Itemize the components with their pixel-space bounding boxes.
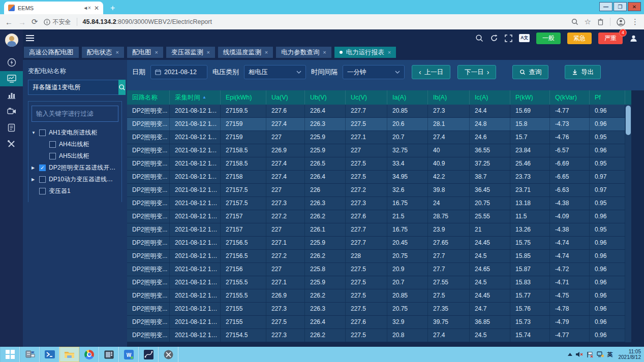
back-icon[interactable]: ← bbox=[5, 18, 13, 26]
new-tab-button[interactable]: + bbox=[110, 2, 115, 14]
date-input[interactable]: 2021-08-12 bbox=[150, 65, 207, 79]
column-header[interactable]: Ic(A) bbox=[470, 90, 510, 105]
tab-close-icon[interactable]: × bbox=[155, 49, 158, 55]
tree-checkbox[interactable] bbox=[39, 176, 46, 183]
table-row[interactable]: DP2照明变...2021-08-12 10:5027155227.3226.3… bbox=[127, 303, 631, 316]
column-header[interactable]: Ub(V) bbox=[305, 90, 346, 105]
wps-icon[interactable]: W bbox=[119, 347, 139, 362]
kebab-menu-icon[interactable]: ⋮ bbox=[631, 17, 639, 26]
column-header[interactable]: 回路名称 bbox=[127, 90, 170, 105]
file-explorer-icon[interactable] bbox=[59, 347, 79, 362]
tools-icon[interactable] bbox=[0, 136, 23, 151]
url-field[interactable]: 45.84.134.2:8090/3000WEBV2/ElectricRepor… bbox=[83, 18, 566, 25]
window-minimize-button[interactable]: — bbox=[599, 2, 612, 11]
column-header[interactable]: P(kW) bbox=[510, 90, 550, 105]
tree-checkbox[interactable] bbox=[39, 188, 46, 194]
column-header[interactable]: Uc(V) bbox=[346, 90, 387, 105]
app-tab[interactable]: 电力参数查询× bbox=[276, 47, 331, 58]
browser-tab[interactable]: EEMS ◄× ✕ bbox=[4, 2, 103, 14]
table-row[interactable]: DP2照明变...2021-08-12 10:5327156227225.822… bbox=[127, 263, 631, 276]
toolbox-icon[interactable] bbox=[159, 347, 178, 362]
interval-select[interactable]: 一分钟 bbox=[343, 65, 405, 79]
camera-icon[interactable] bbox=[0, 104, 23, 119]
taskbar-clock[interactable]: 11:05 2021/8/12 bbox=[617, 349, 641, 360]
app-tab[interactable]: 高速公路配电图 bbox=[24, 47, 79, 58]
trash-icon[interactable] bbox=[597, 18, 604, 25]
station-input[interactable] bbox=[28, 80, 118, 95]
tab-close-icon[interactable]: × bbox=[388, 49, 391, 55]
hamburger-menu-icon[interactable] bbox=[26, 35, 34, 41]
table-row[interactable]: DP2照明变...2021-08-12 11:0027158227.4226.4… bbox=[127, 171, 631, 184]
audio-muted-icon[interactable]: ◄× bbox=[83, 5, 91, 11]
tree-item[interactable]: AH5出线柜 bbox=[32, 150, 118, 162]
scrollbar-thumb[interactable] bbox=[626, 106, 631, 135]
tree-checkbox[interactable] bbox=[49, 153, 56, 159]
profile-icon[interactable] bbox=[617, 18, 625, 26]
export-button[interactable]: 导出 bbox=[565, 65, 601, 79]
station-search-button[interactable] bbox=[118, 80, 126, 95]
tree-item[interactable]: ▶DP10动力变压器进线开关及控制室 bbox=[32, 174, 118, 185]
app-tab[interactable]: 线缆温度监测× bbox=[218, 47, 273, 58]
alarm-badge-normal[interactable]: 一般 bbox=[536, 32, 561, 44]
network-icon[interactable] bbox=[597, 351, 604, 357]
alarm-badge-severe[interactable]: 严重4 bbox=[598, 32, 623, 44]
column-header[interactable]: Epi(kWh) bbox=[221, 90, 266, 105]
tab-close-icon[interactable]: × bbox=[116, 49, 119, 55]
volume-muted-icon[interactable] bbox=[576, 351, 583, 357]
column-header[interactable]: Ia(A) bbox=[387, 90, 428, 105]
window-close-button[interactable]: ✕ bbox=[628, 2, 641, 11]
column-header[interactable]: Pf bbox=[590, 90, 625, 105]
table-row[interactable]: DP2照明变...2021-08-12 10:5627157227226.122… bbox=[127, 223, 631, 237]
app-tab[interactable]: 配电状态× bbox=[82, 47, 124, 58]
server-manager-icon[interactable] bbox=[20, 347, 40, 362]
chevron-right-icon[interactable]: ▶ bbox=[32, 177, 39, 182]
next-day-button[interactable]: 下一日› bbox=[457, 65, 496, 79]
table-row[interactable]: DP2照明变...2021-08-12 11:0127158.5227.4226… bbox=[127, 157, 631, 171]
table-row[interactable]: DP2照明变...2021-08-12 10:4927155227.5226.4… bbox=[127, 316, 631, 329]
chevron-down-icon[interactable]: ▼ bbox=[32, 130, 39, 135]
table-row[interactable]: DP2照明变...2021-08-12 10:5427156.5227.2226… bbox=[127, 250, 631, 263]
ime-language-indicator[interactable]: 英 bbox=[607, 351, 613, 358]
tree-checkbox[interactable] bbox=[39, 129, 46, 136]
table-row[interactable]: DP2照明变...2021-08-12 10:4827154.5227.3226… bbox=[127, 329, 631, 342]
table-row[interactable]: DP2照明变...2021-08-12 11:0327159227225.922… bbox=[127, 131, 631, 144]
tab-close-icon[interactable]: × bbox=[265, 49, 268, 55]
chrome-icon[interactable] bbox=[79, 347, 99, 362]
table-row[interactable]: DP2照明变...2021-08-12 11:0527159.5227.6226… bbox=[127, 105, 631, 118]
table-row[interactable]: DP2照明变...2021-08-12 10:5227155.5227.1225… bbox=[127, 276, 631, 289]
tree-item[interactable]: 变压器1 bbox=[32, 185, 118, 197]
table-row[interactable]: DP2照明变...2021-08-12 11:0427159227.4226.3… bbox=[127, 118, 631, 131]
report-icon[interactable] bbox=[0, 71, 23, 86]
powershell-icon[interactable] bbox=[40, 347, 59, 362]
tab-close-icon[interactable]: × bbox=[323, 49, 326, 55]
remote-app-icon[interactable] bbox=[99, 347, 119, 362]
table-row[interactable]: DP2照明变...2021-08-12 10:5127155.5226.9226… bbox=[127, 289, 631, 303]
app-tab[interactable]: 配电图× bbox=[127, 47, 163, 58]
fullscreen-icon[interactable] bbox=[505, 35, 512, 42]
star-icon[interactable]: ☆ bbox=[585, 17, 591, 26]
tree-checkbox[interactable] bbox=[49, 141, 56, 148]
power-icon[interactable] bbox=[0, 55, 23, 70]
translate-icon[interactable]: A文 bbox=[519, 34, 530, 42]
column-header[interactable]: Ua(V) bbox=[266, 90, 305, 105]
alarm-badge-urgent[interactable]: 紧急 bbox=[567, 32, 592, 44]
column-header[interactable]: Ib(A) bbox=[428, 90, 470, 105]
user-icon[interactable] bbox=[629, 34, 638, 43]
table-row[interactable]: DP2照明变...2021-08-12 10:5527156.5227.1225… bbox=[127, 237, 631, 250]
reload-icon[interactable]: ⟳ bbox=[32, 17, 38, 26]
column-header[interactable]: 采集时间▲ bbox=[170, 90, 221, 105]
tree-item[interactable]: AH4出线柜 bbox=[32, 139, 118, 150]
table-row[interactable]: DP2照明变...2021-08-12 10:5727157227.2226.2… bbox=[127, 210, 631, 223]
forward-icon[interactable]: → bbox=[18, 18, 26, 26]
start-button[interactable] bbox=[0, 347, 20, 362]
table-row[interactable]: DP2照明变...2021-08-12 10:5927157.522722622… bbox=[127, 184, 631, 197]
user-avatar[interactable] bbox=[5, 34, 18, 47]
tab-close-icon[interactable]: ✕ bbox=[94, 5, 99, 12]
vertical-scrollbar[interactable] bbox=[625, 105, 631, 342]
tray-expand-icon[interactable] bbox=[568, 353, 572, 356]
tab-close-icon[interactable]: × bbox=[206, 49, 209, 55]
zoom-icon[interactable] bbox=[571, 18, 578, 25]
voltage-select[interactable]: 相电压 bbox=[244, 65, 306, 79]
security-chip[interactable]: 不安全 bbox=[44, 18, 71, 26]
query-button[interactable]: 查询 bbox=[512, 65, 548, 79]
